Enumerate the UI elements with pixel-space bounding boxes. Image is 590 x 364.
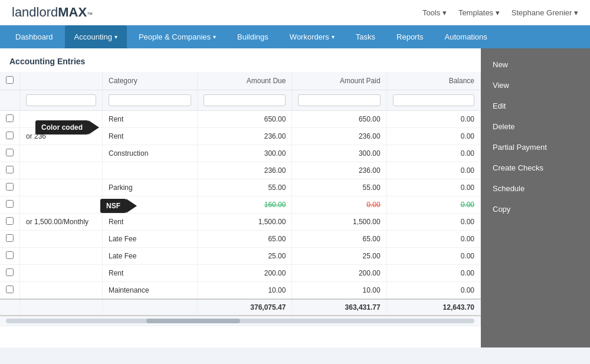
row-category: Rent — [103, 265, 198, 282]
row-amount-due: 25.00 — [198, 248, 292, 265]
context-menu-delete[interactable]: Delete — [481, 116, 590, 137]
row-amount-paid: 10.00 — [292, 282, 386, 300]
filter-due-input[interactable] — [204, 94, 286, 106]
row-amount-paid: 236.00 — [292, 128, 386, 145]
row-checkbox[interactable] — [6, 183, 14, 191]
nav-workorders[interactable]: Workorders ▾ — [280, 25, 344, 48]
row-checkbox[interactable] — [6, 251, 14, 259]
row-amount-paid: 236.00 — [292, 162, 386, 179]
row-category: Maintenance — [103, 282, 198, 300]
logo-landlord-text: landlord — [12, 5, 58, 20]
row-amount-paid: 300.00 — [292, 145, 386, 162]
filter-desc-input[interactable] — [26, 94, 96, 106]
row-balance: 0.00 — [386, 162, 480, 179]
row-amount-due: 55.00 — [198, 179, 292, 196]
row-amount-due: 650.00 — [198, 111, 292, 128]
row-desc — [20, 145, 103, 162]
row-category: Rent — [103, 214, 198, 231]
row-amount-due: 160.00 — [198, 196, 292, 214]
row-checkbox[interactable] — [6, 114, 14, 122]
nav-automations[interactable]: Automations — [435, 25, 497, 48]
row-checkbox[interactable] — [6, 234, 14, 242]
table-row: Rent 200.00 200.00 0.00 — [0, 265, 481, 282]
nav-tasks[interactable]: Tasks — [346, 25, 385, 48]
row-desc — [20, 265, 103, 282]
row-balance: 0.00 — [386, 248, 480, 265]
context-menu-partial-payment[interactable]: Partial Payment — [481, 137, 590, 158]
row-balance: 0.00 — [386, 282, 480, 300]
row-balance: 0.00 — [386, 128, 480, 145]
scrollbar-cell — [0, 316, 481, 326]
row-amount-due: 1,500.00 — [198, 214, 292, 231]
row-checkbox[interactable] — [6, 149, 14, 156]
footer-balance-total: 12,643.70 — [386, 299, 480, 316]
row-amount-due: 200.00 — [198, 265, 292, 282]
row-category: Construction — [103, 145, 198, 162]
context-menu-view[interactable]: View — [481, 75, 590, 96]
filter-balance-input[interactable] — [393, 94, 474, 106]
col-balance-header: Balance — [386, 72, 480, 90]
col-amount-due-header: Amount Due — [198, 72, 292, 90]
tools-menu[interactable]: Tools ▾ — [422, 8, 447, 17]
footer-desc — [20, 299, 103, 316]
row-amount-due: 10.00 — [198, 282, 292, 300]
row-balance: 0.00 — [386, 231, 480, 248]
row-amount-paid: 200.00 — [292, 265, 386, 282]
row-balance: 0.00 — [386, 196, 480, 214]
table-filter-row — [0, 90, 481, 111]
row-amount-paid: 1,500.00 — [292, 214, 386, 231]
row-category: Rent — [103, 111, 198, 128]
col-checkbox — [0, 72, 20, 90]
nav-people-companies[interactable]: People & Companies ▾ — [129, 25, 225, 48]
accounting-caret: ▾ — [114, 34, 117, 40]
context-menu-new[interactable]: New — [481, 54, 590, 75]
context-menu-edit[interactable]: Edit — [481, 96, 590, 116]
row-checkbox[interactable] — [6, 132, 14, 139]
row-amount-due: 236.00 — [198, 128, 292, 145]
user-menu[interactable]: Stephane Grenier ▾ — [512, 8, 578, 17]
row-amount-due: 65.00 — [198, 231, 292, 248]
scrollbar-thumb[interactable] — [146, 319, 240, 323]
row-checkbox[interactable] — [6, 166, 14, 173]
nsf-annotation: NSF — [100, 199, 126, 213]
row-checkbox[interactable] — [6, 286, 14, 293]
context-menu-schedule[interactable]: Schedule — [481, 178, 590, 199]
col-category-header: Category — [103, 72, 198, 90]
row-amount-paid: 25.00 — [292, 248, 386, 265]
table-row: Construction 300.00 300.00 0.00 — [0, 145, 481, 162]
table-wrapper: Color coded NSF Category — [0, 72, 481, 326]
workorders-caret: ▾ — [332, 34, 335, 40]
nav-reports[interactable]: Reports — [387, 25, 433, 48]
templates-menu[interactable]: Templates ▾ — [458, 8, 500, 17]
row-checkbox[interactable] — [6, 200, 14, 208]
select-all-checkbox[interactable] — [6, 76, 14, 84]
filter-paid-input[interactable] — [298, 94, 380, 106]
row-checkbox[interactable] — [6, 268, 14, 276]
context-menu-create-checks[interactable]: Create Checks — [481, 158, 590, 178]
main-content: Accounting Entries Color coded NSF — [0, 48, 590, 347]
logo: landlordMAX™ — [12, 5, 93, 20]
row-category: Late Fee — [103, 248, 198, 265]
row-balance: 0.00 — [386, 179, 480, 196]
row-balance: 0.00 — [386, 111, 480, 128]
footer-cb — [0, 299, 20, 316]
nav-buildings[interactable]: Buildings — [228, 25, 278, 48]
row-desc — [20, 231, 103, 248]
row-checkbox[interactable] — [6, 217, 14, 225]
context-menu-copy[interactable]: Copy — [481, 199, 590, 219]
col-description-header — [20, 72, 103, 90]
nsf-arrow — [126, 199, 137, 213]
row-amount-due: 236.00 — [198, 162, 292, 179]
table-scrollbar-row — [0, 316, 481, 326]
col-amount-paid-header: Amount Paid — [292, 72, 386, 90]
filter-desc-col — [20, 90, 103, 111]
row-desc — [20, 282, 103, 300]
accounting-table: Category Amount Due Amount Paid Balance — [0, 72, 481, 326]
nav-accounting[interactable]: Accounting ▾ — [65, 25, 127, 48]
filter-cat-input[interactable] — [109, 94, 191, 106]
nav-dashboard[interactable]: Dashboard — [6, 25, 63, 48]
row-desc — [20, 162, 103, 179]
horizontal-scrollbar[interactable] — [6, 319, 474, 323]
color-coded-annotation: Color coded — [35, 120, 88, 135]
logo-tm-text: ™ — [87, 11, 93, 18]
